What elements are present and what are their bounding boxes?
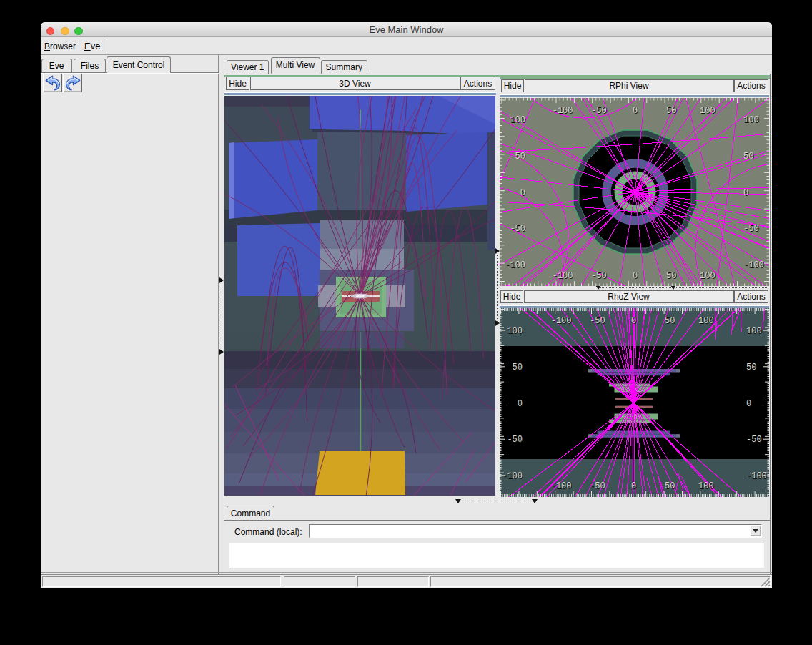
svg-text:-100: -100 xyxy=(553,106,573,116)
svg-text:100: 100 xyxy=(700,106,716,116)
svg-text:50: 50 xyxy=(666,106,676,116)
svg-text:-50: -50 xyxy=(590,316,605,326)
svg-text:-50: -50 xyxy=(746,435,762,445)
svg-text:0: 0 xyxy=(743,188,748,198)
svg-text:50: 50 xyxy=(513,363,523,373)
svg-text:50: 50 xyxy=(665,481,675,491)
svg-text:50: 50 xyxy=(515,152,525,162)
svg-text:100: 100 xyxy=(700,271,716,281)
svg-text:-50: -50 xyxy=(591,271,607,281)
svg-text:0: 0 xyxy=(518,399,523,409)
svg-text:-100: -100 xyxy=(502,471,523,481)
svg-text:-100: -100 xyxy=(505,260,525,270)
svg-text:-50: -50 xyxy=(743,224,759,234)
svg-text:-50: -50 xyxy=(590,481,605,491)
svg-text:100: 100 xyxy=(746,326,762,336)
svg-text:100: 100 xyxy=(507,326,523,336)
svg-text:50: 50 xyxy=(665,316,675,326)
svg-text:100: 100 xyxy=(743,115,759,125)
svg-text:-100: -100 xyxy=(743,260,764,270)
svg-text:-100: -100 xyxy=(553,271,573,281)
svg-text:0: 0 xyxy=(746,399,751,409)
svg-text:0: 0 xyxy=(520,188,525,198)
svg-text:0: 0 xyxy=(631,481,636,491)
svg-text:100: 100 xyxy=(698,481,714,491)
svg-text:-50: -50 xyxy=(591,106,607,116)
svg-text:100: 100 xyxy=(510,115,525,125)
svg-text:50: 50 xyxy=(666,271,676,281)
svg-text:0: 0 xyxy=(633,106,638,116)
svg-text:-100: -100 xyxy=(551,481,572,491)
svg-text:0: 0 xyxy=(633,271,638,281)
svg-text:50: 50 xyxy=(746,363,756,373)
svg-text:0: 0 xyxy=(631,316,636,326)
svg-text:-100: -100 xyxy=(551,316,572,326)
svg-text:-50: -50 xyxy=(510,224,525,234)
svg-text:-100: -100 xyxy=(746,471,767,481)
svg-text:50: 50 xyxy=(743,152,753,162)
svg-text:-50: -50 xyxy=(507,435,523,445)
svg-text:100: 100 xyxy=(698,316,714,326)
